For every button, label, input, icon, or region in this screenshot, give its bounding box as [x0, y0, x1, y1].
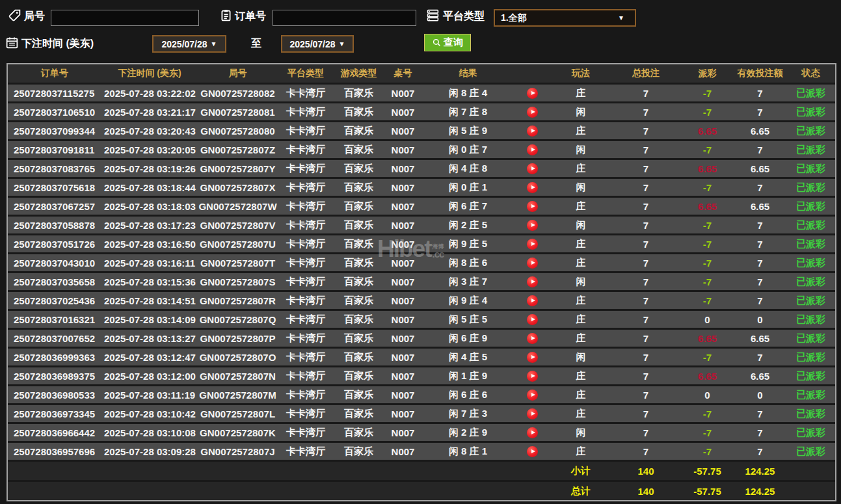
cell-result: 闲 5 庄 9: [422, 125, 514, 137]
round-id-input[interactable]: [51, 10, 199, 26]
cell-total-bet: 7: [611, 276, 681, 287]
cell-bet-time: 2025-07-28 03:14:51: [101, 295, 198, 306]
cell-round-id: GN0072572807M: [198, 390, 278, 401]
play-icon: [531, 298, 535, 302]
table-row: 250728037091811 2025-07-28 03:20:05 GN00…: [8, 141, 835, 158]
cell-bet-time: 2025-07-28 03:17:23: [101, 220, 198, 231]
cell-bet-time: 2025-07-28 03:22:02: [101, 88, 198, 99]
cell-bet-type: 闲: [551, 351, 611, 364]
cell-table-no: N007: [384, 446, 422, 457]
replay-button[interactable]: [527, 88, 538, 99]
cell-valid-bet: 7: [734, 352, 786, 363]
replay-button[interactable]: [527, 276, 538, 287]
cell-bet-time: 2025-07-28 03:10:42: [101, 408, 198, 419]
cell-round-id: GN0072572807T: [198, 258, 278, 269]
cell-order-id: 250728037043010: [8, 258, 101, 269]
replay-button[interactable]: [527, 163, 538, 174]
cell-game-type: 百家乐: [334, 427, 384, 439]
cell-result: 闲 6 庄 6: [422, 389, 514, 401]
replay-button[interactable]: [527, 239, 538, 250]
cell-game-type: 百家乐: [334, 408, 384, 420]
cell-bet-time: 2025-07-28 03:14:09: [101, 314, 198, 325]
date-from-select[interactable]: 2025/07/28 ▼: [152, 35, 226, 53]
cell-order-id: 250728037016321: [8, 314, 101, 325]
cell-order-id: 250728037058878: [8, 220, 101, 231]
cell-game-type: 百家乐: [334, 144, 384, 156]
play-icon: [531, 412, 535, 416]
replay-button[interactable]: [527, 352, 538, 363]
cell-round-id: GN00725728080: [198, 126, 278, 137]
table-row: 250728037025436 2025-07-28 03:14:51 GN00…: [8, 292, 835, 309]
cell-result: 闲 0 庄 1: [422, 181, 514, 194]
filter-bar: 局号 订单号 平台类型 1.全部 ▼: [0, 0, 841, 63]
col-header-result: 结果: [422, 68, 514, 79]
cell-game-type: 百家乐: [334, 332, 384, 345]
replay-button[interactable]: [527, 333, 538, 344]
col-header-bet-time: 下注时间 (美东): [101, 68, 198, 79]
play-icon: [531, 223, 535, 227]
tag-icon: [8, 8, 21, 22]
cell-platform: 卡卡湾厅: [278, 370, 334, 382]
replay-button[interactable]: [527, 371, 538, 382]
replay-button[interactable]: [527, 182, 538, 193]
cell-order-id: 250728037083765: [8, 163, 101, 174]
replay-button[interactable]: [527, 126, 538, 137]
cell-table-no: N007: [384, 295, 422, 306]
replay-button[interactable]: [527, 314, 538, 325]
col-header-payout: 派彩: [681, 68, 734, 79]
col-header-total-bet: 总投注: [611, 68, 681, 79]
cell-payout: -7: [681, 295, 734, 306]
cell-valid-bet: 7: [734, 88, 786, 99]
replay-button[interactable]: [527, 201, 538, 212]
cell-table-no: N007: [384, 220, 422, 231]
platform-type-select[interactable]: 1.全部 ▼: [494, 9, 636, 27]
cell-result: 闲 4 庄 8: [422, 163, 514, 175]
replay-button[interactable]: [527, 258, 538, 269]
cell-bet-time: 2025-07-28 03:18:03: [101, 201, 198, 212]
replay-button[interactable]: [527, 220, 538, 231]
total-valid-bet: 124.25: [734, 486, 786, 497]
total-total-bet: 140: [611, 486, 681, 497]
play-icon: [531, 317, 535, 321]
cell-platform: 卡卡湾厅: [278, 332, 334, 345]
cell-bet-time: 2025-07-28 03:13:27: [101, 333, 198, 344]
cell-round-id: GN0072572807K: [198, 427, 278, 438]
date-to-select[interactable]: 2025/07/28 ▼: [281, 35, 354, 53]
cell-total-bet: 7: [611, 408, 681, 419]
cell-result: 闲 5 庄 5: [422, 313, 514, 326]
cell-order-id: 250728037067257: [8, 201, 101, 212]
search-button[interactable]: 查询: [424, 34, 471, 51]
replay-button[interactable]: [527, 390, 538, 401]
cell-payout: 6.65: [681, 201, 734, 212]
replay-button[interactable]: [527, 408, 538, 419]
cell-valid-bet: 7: [734, 276, 786, 287]
platform-type-value: 1.全部: [501, 12, 527, 24]
cell-status: 已派彩: [786, 427, 835, 439]
calendar-icon: [5, 36, 19, 49]
chevron-down-icon: ▼: [618, 14, 624, 21]
cell-payout: 0: [681, 390, 734, 401]
cell-table-no: N007: [384, 163, 422, 174]
cell-result: 闲 7 庄 3: [422, 408, 514, 420]
cell-round-id: GN0072572807W: [198, 201, 278, 212]
table-row: 250728037115275 2025-07-28 03:22:02 GN00…: [8, 85, 835, 101]
replay-button[interactable]: [527, 427, 538, 438]
replay-button[interactable]: [527, 107, 538, 118]
total-payout: -57.75: [681, 486, 734, 497]
cell-table-no: N007: [384, 201, 422, 212]
cell-bet-type: 闲: [551, 427, 611, 439]
play-icon: [531, 91, 535, 95]
cell-game-type: 百家乐: [334, 163, 384, 175]
cell-platform: 卡卡湾厅: [278, 144, 334, 156]
subtotal-total-bet: 140: [611, 466, 681, 477]
table-row: 250728037043010 2025-07-28 03:16:11 GN00…: [8, 254, 835, 271]
cell-platform: 卡卡湾厅: [278, 200, 334, 213]
cell-round-id: GN0072572807R: [198, 295, 278, 306]
cell-platform: 卡卡湾厅: [278, 427, 334, 439]
cell-result: 闲 1 庄 9: [422, 370, 514, 382]
replay-button[interactable]: [527, 144, 538, 155]
replay-button[interactable]: [527, 295, 538, 306]
order-id-input[interactable]: [273, 10, 416, 26]
replay-button[interactable]: [527, 446, 538, 457]
cell-total-bet: 7: [611, 201, 681, 212]
